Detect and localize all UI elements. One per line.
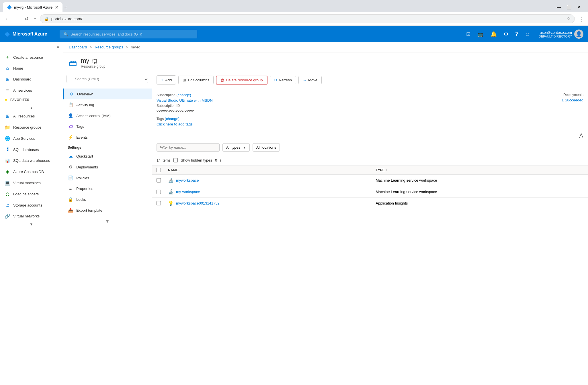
notifications-button[interactable]: 🔔 <box>488 29 500 39</box>
sidebar-item-create-resource[interactable]: + Create a resource <box>0 52 63 63</box>
sidebar-item-all-resources[interactable]: ⊞ All resources <box>0 111 63 122</box>
nav-item-properties[interactable]: ≡ Properties <box>63 183 152 194</box>
refresh-button[interactable]: ↺ Refresh <box>270 76 296 84</box>
reload-button[interactable]: ↺ <box>23 15 30 23</box>
azure-search-input[interactable] <box>71 32 194 36</box>
move-button[interactable]: → Move <box>298 76 322 84</box>
browser-menu-button[interactable]: ⋮ <box>579 15 585 22</box>
table-header: NAME ↕ TYPE ↕ <box>152 166 588 175</box>
sidebar-item-resource-groups[interactable]: 📁 Resource groups <box>0 122 63 133</box>
portal-button[interactable]: 📺 <box>474 29 487 39</box>
azure-search-bar[interactable]: 🔍 <box>60 30 197 38</box>
sidebar-item-sql-databases[interactable]: 🗄 SQL databases <box>0 144 63 155</box>
filter-location-select[interactable]: All locations <box>253 143 280 152</box>
row-checkbox-2[interactable] <box>157 190 168 194</box>
back-button[interactable]: ← <box>3 15 11 23</box>
window-maximize-button[interactable]: ⬜ <box>564 4 574 11</box>
nav-item-access-control[interactable]: 👤 Access control (IAM) <box>63 110 152 121</box>
sidebar-item-app-services[interactable]: 🌐 App Services <box>0 133 63 144</box>
subscription-change-link[interactable]: (change) <box>176 93 191 97</box>
name-column-header[interactable]: NAME ↕ <box>168 168 376 172</box>
resource-name-my-workspace[interactable]: 🔬 my-workspace <box>168 189 376 195</box>
add-button[interactable]: + Add <box>157 75 176 85</box>
delete-resource-group-button[interactable]: 🗑 Delete resource group <box>216 76 267 85</box>
nav-item-events[interactable]: ⚡ Events <box>63 132 152 143</box>
nav-panel: 🔍 « ⊙ Overview 📋 Activity log 👤 <box>63 72 152 385</box>
azure-avatar[interactable]: 👤 <box>574 30 583 39</box>
breadcrumb-resource-groups[interactable]: Resource groups <box>95 45 123 49</box>
sidebar-item-cosmos-db[interactable]: ◈ Azure Cosmos DB <box>0 166 63 177</box>
resource-name-myworkspace[interactable]: 🔬 myworkspace <box>168 178 376 183</box>
nav-item-export-template[interactable]: 📤 Export template <box>63 205 152 216</box>
nav-item-overview[interactable]: ⊙ Overview <box>63 89 152 99</box>
nav-item-properties-label: Properties <box>76 186 93 191</box>
nav-item-activity-log[interactable]: 📋 Activity log <box>63 99 152 110</box>
resource-name-myworkspace0013141752[interactable]: 💡 myworkspace0013141752 <box>168 201 376 206</box>
tags-change-link[interactable]: (change) <box>165 117 179 121</box>
row-checkbox-3[interactable] <box>157 201 168 205</box>
nav-search-input[interactable] <box>67 75 148 83</box>
browser-tab-bar: 🔷 my-rg - Microsoft Azure ✕ + — ⬜ ✕ <box>0 0 588 12</box>
sidebar-item-sql-data-warehouses[interactable]: 📊 SQL data warehouses <box>0 155 63 166</box>
sidebar-item-all-services[interactable]: ≡ All services <box>0 85 63 96</box>
sidebar-create-resource-label: Create a resource <box>13 55 43 60</box>
forward-button[interactable]: → <box>13 15 21 23</box>
address-input[interactable] <box>51 17 564 21</box>
sidebar-item-storage-accounts[interactable]: 🗂 Storage accounts <box>0 200 63 211</box>
tab-close-button[interactable]: ✕ <box>55 5 58 10</box>
edit-columns-button[interactable]: ⊞ Edit columns <box>178 76 213 84</box>
table-select-all-checkbox[interactable] <box>157 168 168 172</box>
load-balancers-icon: ⚖ <box>5 191 10 197</box>
new-tab-button[interactable]: + <box>64 4 68 11</box>
collapse-info-button[interactable]: ⋀ <box>152 131 588 140</box>
azure-logo[interactable]: 🔷 Microsoft Azure <box>5 32 56 37</box>
sidebar-item-load-balancers[interactable]: ⚖ Load balancers <box>0 188 63 200</box>
nav-item-deployments[interactable]: ⚙ Deployments <box>63 162 152 172</box>
address-bar[interactable]: 🔒 ☆ <box>40 14 575 23</box>
favorite-star-icon[interactable]: ☆ <box>566 16 571 21</box>
nav-item-locks[interactable]: 🔒 Locks <box>63 194 152 205</box>
sidebar-all-services-label: All services <box>13 88 32 93</box>
nav-item-tags[interactable]: 🏷 Tags <box>63 121 152 132</box>
sidebar-item-dashboard[interactable]: ⊞ Dashboard <box>0 74 63 85</box>
subscription-id-label: Subscription ID <box>157 104 369 108</box>
resource-group-name: my-rg <box>81 57 105 64</box>
sidebar-collapse-button[interactable]: « <box>53 42 63 52</box>
window-minimize-button[interactable]: — <box>554 4 563 11</box>
tags-icon: 🏷 <box>68 124 73 129</box>
resource-name-label-3: myworkspace0013141752 <box>176 201 220 205</box>
resource-group-icon: 🗃 <box>69 58 77 68</box>
overview-icon: ⊙ <box>69 91 74 97</box>
sidebar-scroll-up[interactable]: ▲ <box>0 105 63 111</box>
sidebar-item-virtual-networks[interactable]: 🔗 Virtual networks <box>0 211 63 222</box>
deployments-value-link[interactable]: 1 Succeeded <box>371 98 584 102</box>
move-label: Move <box>308 78 317 82</box>
resource-icon-2: 🔬 <box>168 189 174 195</box>
browser-chrome: 🔷 my-rg - Microsoft Azure ✕ + — ⬜ ✕ ← → … <box>0 0 588 26</box>
filter-name-input[interactable] <box>157 143 220 152</box>
window-close-button[interactable]: ✕ <box>575 4 583 11</box>
nav-scroll-down-button[interactable]: ▼ <box>63 216 152 227</box>
azure-user-profile[interactable]: user@contoso.com DEFAULT DIRECTORY 👤 <box>539 30 583 39</box>
cloud-shell-button[interactable]: ⊡ <box>463 29 473 39</box>
add-tags-link[interactable]: Click here to add tags <box>157 122 369 126</box>
settings-button[interactable]: ⚙ <box>501 29 511 39</box>
nav-panel-collapse-button[interactable]: « <box>144 76 149 82</box>
help-button[interactable]: ? <box>512 30 521 39</box>
browser-tab[interactable]: 🔷 my-rg - Microsoft Azure ✕ <box>3 2 62 12</box>
feedback-button[interactable]: ☺ <box>522 30 533 39</box>
nav-item-policies[interactable]: 📄 Policies <box>63 172 152 183</box>
filter-location-label: All locations <box>256 145 276 150</box>
subscription-value-link[interactable]: Visual Studio Ultimate with MSDN <box>157 98 369 103</box>
type-column-header[interactable]: TYPE ↕ <box>376 168 584 172</box>
nav-item-quickstart[interactable]: ☁ Quickstart <box>63 151 152 162</box>
resource-info: Subscription (change) Visual Studio Ulti… <box>152 88 588 131</box>
sidebar-item-virtual-machines[interactable]: 💻 Virtual machines <box>0 177 63 188</box>
sidebar-item-home[interactable]: ⌂ Home <box>0 63 63 74</box>
home-button[interactable]: ⌂ <box>32 15 38 23</box>
filter-type-select[interactable]: All types ▼ <box>222 143 250 152</box>
row-checkbox-1[interactable] <box>157 178 168 182</box>
show-hidden-checkbox[interactable] <box>173 158 178 162</box>
breadcrumb-dashboard[interactable]: Dashboard <box>69 45 87 49</box>
sidebar-scroll-down[interactable]: ▼ <box>0 222 63 227</box>
